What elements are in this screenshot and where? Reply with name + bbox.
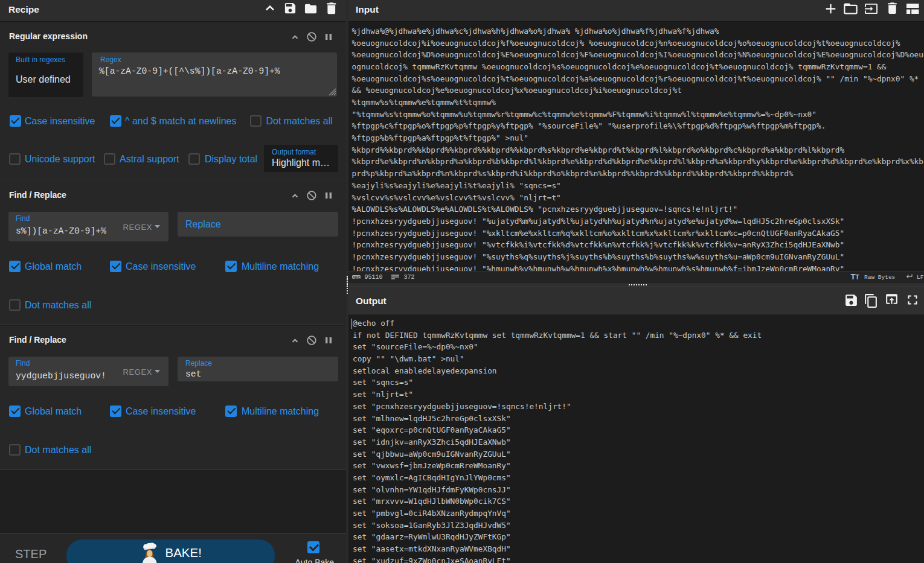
svg-text:ABC: ABC bbox=[353, 275, 361, 279]
